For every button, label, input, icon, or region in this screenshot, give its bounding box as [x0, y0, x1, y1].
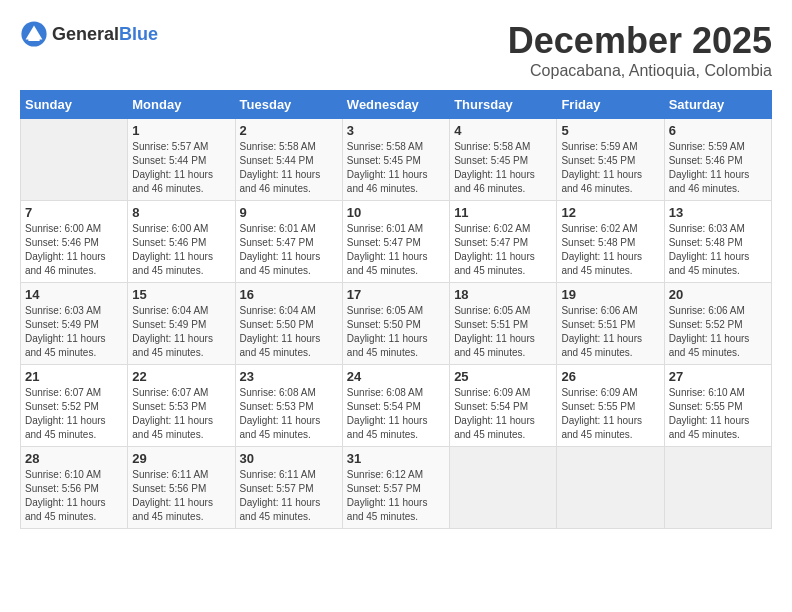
logo: GeneralBlue: [20, 20, 158, 48]
calendar-cell: 11Sunrise: 6:02 AM Sunset: 5:47 PM Dayli…: [450, 201, 557, 283]
day-number: 7: [25, 205, 123, 220]
calendar-cell: 21Sunrise: 6:07 AM Sunset: 5:52 PM Dayli…: [21, 365, 128, 447]
location-subtitle: Copacabana, Antioquia, Colombia: [508, 62, 772, 80]
day-number: 11: [454, 205, 552, 220]
day-info: Sunrise: 6:10 AM Sunset: 5:56 PM Dayligh…: [25, 468, 123, 524]
calendar-cell: 19Sunrise: 6:06 AM Sunset: 5:51 PM Dayli…: [557, 283, 664, 365]
calendar-cell: [664, 447, 771, 529]
day-info: Sunrise: 6:12 AM Sunset: 5:57 PM Dayligh…: [347, 468, 445, 524]
calendar-cell: 18Sunrise: 6:05 AM Sunset: 5:51 PM Dayli…: [450, 283, 557, 365]
day-info: Sunrise: 5:58 AM Sunset: 5:44 PM Dayligh…: [240, 140, 338, 196]
month-title: December 2025: [508, 20, 772, 62]
day-number: 17: [347, 287, 445, 302]
calendar-cell: 6Sunrise: 5:59 AM Sunset: 5:46 PM Daylig…: [664, 119, 771, 201]
day-number: 6: [669, 123, 767, 138]
day-info: Sunrise: 6:11 AM Sunset: 5:56 PM Dayligh…: [132, 468, 230, 524]
calendar-cell: 24Sunrise: 6:08 AM Sunset: 5:54 PM Dayli…: [342, 365, 449, 447]
day-number: 1: [132, 123, 230, 138]
day-number: 10: [347, 205, 445, 220]
logo-icon: [20, 20, 48, 48]
calendar-cell: 27Sunrise: 6:10 AM Sunset: 5:55 PM Dayli…: [664, 365, 771, 447]
calendar-week-row: 1Sunrise: 5:57 AM Sunset: 5:44 PM Daylig…: [21, 119, 772, 201]
weekday-header-sunday: Sunday: [21, 91, 128, 119]
calendar-cell: 8Sunrise: 6:00 AM Sunset: 5:46 PM Daylig…: [128, 201, 235, 283]
calendar-cell: 12Sunrise: 6:02 AM Sunset: 5:48 PM Dayli…: [557, 201, 664, 283]
day-number: 14: [25, 287, 123, 302]
day-number: 25: [454, 369, 552, 384]
day-info: Sunrise: 6:03 AM Sunset: 5:48 PM Dayligh…: [669, 222, 767, 278]
calendar-cell: 9Sunrise: 6:01 AM Sunset: 5:47 PM Daylig…: [235, 201, 342, 283]
day-number: 13: [669, 205, 767, 220]
calendar-body: 1Sunrise: 5:57 AM Sunset: 5:44 PM Daylig…: [21, 119, 772, 529]
day-info: Sunrise: 6:07 AM Sunset: 5:52 PM Dayligh…: [25, 386, 123, 442]
day-number: 5: [561, 123, 659, 138]
header: GeneralBlue December 2025 Copacabana, An…: [20, 20, 772, 80]
calendar-header: SundayMondayTuesdayWednesdayThursdayFrid…: [21, 91, 772, 119]
calendar-cell: 31Sunrise: 6:12 AM Sunset: 5:57 PM Dayli…: [342, 447, 449, 529]
day-info: Sunrise: 6:07 AM Sunset: 5:53 PM Dayligh…: [132, 386, 230, 442]
day-info: Sunrise: 6:02 AM Sunset: 5:47 PM Dayligh…: [454, 222, 552, 278]
day-number: 30: [240, 451, 338, 466]
calendar-cell: 29Sunrise: 6:11 AM Sunset: 5:56 PM Dayli…: [128, 447, 235, 529]
day-info: Sunrise: 5:58 AM Sunset: 5:45 PM Dayligh…: [454, 140, 552, 196]
day-info: Sunrise: 5:59 AM Sunset: 5:46 PM Dayligh…: [669, 140, 767, 196]
weekday-header-tuesday: Tuesday: [235, 91, 342, 119]
day-number: 15: [132, 287, 230, 302]
day-info: Sunrise: 6:05 AM Sunset: 5:50 PM Dayligh…: [347, 304, 445, 360]
logo-text-blue: Blue: [119, 24, 158, 44]
calendar-cell: 28Sunrise: 6:10 AM Sunset: 5:56 PM Dayli…: [21, 447, 128, 529]
calendar-cell: 5Sunrise: 5:59 AM Sunset: 5:45 PM Daylig…: [557, 119, 664, 201]
day-number: 23: [240, 369, 338, 384]
weekday-header-monday: Monday: [128, 91, 235, 119]
day-number: 31: [347, 451, 445, 466]
calendar-cell: 25Sunrise: 6:09 AM Sunset: 5:54 PM Dayli…: [450, 365, 557, 447]
calendar-cell: 20Sunrise: 6:06 AM Sunset: 5:52 PM Dayli…: [664, 283, 771, 365]
day-number: 9: [240, 205, 338, 220]
weekday-header-thursday: Thursday: [450, 91, 557, 119]
day-number: 16: [240, 287, 338, 302]
day-info: Sunrise: 6:10 AM Sunset: 5:55 PM Dayligh…: [669, 386, 767, 442]
calendar-cell: 14Sunrise: 6:03 AM Sunset: 5:49 PM Dayli…: [21, 283, 128, 365]
day-number: 19: [561, 287, 659, 302]
day-info: Sunrise: 5:59 AM Sunset: 5:45 PM Dayligh…: [561, 140, 659, 196]
day-number: 2: [240, 123, 338, 138]
day-info: Sunrise: 6:09 AM Sunset: 5:54 PM Dayligh…: [454, 386, 552, 442]
weekday-header-friday: Friday: [557, 91, 664, 119]
calendar-cell: 13Sunrise: 6:03 AM Sunset: 5:48 PM Dayli…: [664, 201, 771, 283]
weekday-header-row: SundayMondayTuesdayWednesdayThursdayFrid…: [21, 91, 772, 119]
calendar-cell: 2Sunrise: 5:58 AM Sunset: 5:44 PM Daylig…: [235, 119, 342, 201]
title-area: December 2025 Copacabana, Antioquia, Col…: [508, 20, 772, 80]
calendar-cell: [557, 447, 664, 529]
calendar-cell: [450, 447, 557, 529]
day-number: 20: [669, 287, 767, 302]
day-number: 22: [132, 369, 230, 384]
day-info: Sunrise: 6:04 AM Sunset: 5:50 PM Dayligh…: [240, 304, 338, 360]
day-number: 26: [561, 369, 659, 384]
calendar-cell: 10Sunrise: 6:01 AM Sunset: 5:47 PM Dayli…: [342, 201, 449, 283]
day-info: Sunrise: 5:57 AM Sunset: 5:44 PM Dayligh…: [132, 140, 230, 196]
calendar-week-row: 7Sunrise: 6:00 AM Sunset: 5:46 PM Daylig…: [21, 201, 772, 283]
calendar-cell: 15Sunrise: 6:04 AM Sunset: 5:49 PM Dayli…: [128, 283, 235, 365]
calendar-cell: 16Sunrise: 6:04 AM Sunset: 5:50 PM Dayli…: [235, 283, 342, 365]
day-info: Sunrise: 6:05 AM Sunset: 5:51 PM Dayligh…: [454, 304, 552, 360]
calendar-cell: 17Sunrise: 6:05 AM Sunset: 5:50 PM Dayli…: [342, 283, 449, 365]
calendar-cell: 30Sunrise: 6:11 AM Sunset: 5:57 PM Dayli…: [235, 447, 342, 529]
calendar-cell: 26Sunrise: 6:09 AM Sunset: 5:55 PM Dayli…: [557, 365, 664, 447]
day-number: 27: [669, 369, 767, 384]
day-number: 28: [25, 451, 123, 466]
day-info: Sunrise: 6:04 AM Sunset: 5:49 PM Dayligh…: [132, 304, 230, 360]
calendar-cell: 4Sunrise: 5:58 AM Sunset: 5:45 PM Daylig…: [450, 119, 557, 201]
calendar-cell: [21, 119, 128, 201]
day-number: 21: [25, 369, 123, 384]
day-info: Sunrise: 6:09 AM Sunset: 5:55 PM Dayligh…: [561, 386, 659, 442]
day-info: Sunrise: 6:00 AM Sunset: 5:46 PM Dayligh…: [25, 222, 123, 278]
day-info: Sunrise: 6:03 AM Sunset: 5:49 PM Dayligh…: [25, 304, 123, 360]
day-info: Sunrise: 6:06 AM Sunset: 5:52 PM Dayligh…: [669, 304, 767, 360]
day-info: Sunrise: 6:08 AM Sunset: 5:54 PM Dayligh…: [347, 386, 445, 442]
calendar-cell: 7Sunrise: 6:00 AM Sunset: 5:46 PM Daylig…: [21, 201, 128, 283]
day-number: 3: [347, 123, 445, 138]
svg-rect-2: [28, 35, 39, 41]
day-number: 29: [132, 451, 230, 466]
weekday-header-wednesday: Wednesday: [342, 91, 449, 119]
weekday-header-saturday: Saturday: [664, 91, 771, 119]
